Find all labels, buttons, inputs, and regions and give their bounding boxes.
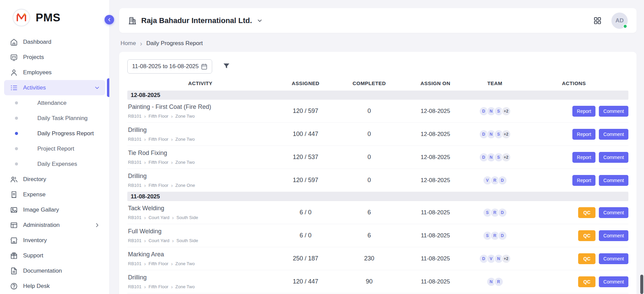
actions-cell: ReportComment [519,106,628,117]
team-member-avatar[interactable]: D [498,176,507,185]
qc-button[interactable]: QC [578,276,595,287]
submenu-item-attendance[interactable]: Attendance [0,95,109,111]
submenu-item-daily-progress-report[interactable]: Daily Progress Report [0,126,109,141]
completed-value: 6 [338,209,401,216]
completed-value: 0 [338,131,401,138]
sidebar-item-image-gallary[interactable]: Image Gallary [4,202,105,217]
assigned-value: 120 / 597 [273,107,338,115]
column-header-completed: COMPLETED [338,80,401,86]
team-overflow-badge[interactable]: +2 [501,153,511,162]
report-card: 11-08-2025 to 16-08-2025 ACTIVITY ASSIGN… [119,52,637,294]
comment-button[interactable]: Comment [599,152,628,163]
user-avatar[interactable]: AD [611,13,628,29]
sidebar-item-directory[interactable]: Directory [4,172,105,187]
chevron-right-icon: › [144,215,146,220]
sidebar-item-projects[interactable]: Projects [4,50,105,65]
qc-button[interactable]: QC [578,207,595,218]
team-member-avatar[interactable]: D [498,208,507,217]
activity-row: Tack Welding RB101›Court Yard›South Side… [127,201,628,224]
building-icon [128,16,137,25]
team-overflow-badge[interactable]: +2 [501,106,511,116]
documentation-icon [10,267,18,275]
location-path-segment: Zone One [176,183,195,188]
sidebar-item-administration[interactable]: Administration [4,217,105,233]
location-path-segment: RB101 [128,160,142,165]
filter-button[interactable] [222,62,231,71]
sidebar-item-label: Inventory [23,237,100,244]
chevron-right-icon: › [171,160,173,165]
qc-button[interactable]: QC [578,253,595,264]
comment-button[interactable]: Comment [599,207,628,218]
qc-button[interactable]: QC [578,230,595,241]
chevron-right-icon: › [171,261,173,266]
submenu-item-daily-expenses[interactable]: Daily Expenses [0,156,109,172]
sidebar-item-help-desk[interactable]: Help Desk [4,278,105,294]
sidebar-collapse-button[interactable] [105,15,114,24]
actions-cell: QCComment [519,230,628,241]
table-body: 12-08-2025 Painting - First Coat (Fire R… [127,91,628,293]
completed-value: 0 [338,154,401,161]
activity-title: Tack Welding [128,205,273,212]
report-button[interactable]: Report [572,106,595,117]
group-date-label: 11-08-2025 [131,193,160,200]
team-overflow-badge[interactable]: +2 [501,130,511,139]
activity-cell: Drilling RB101›Fifth Floor›Zone One [127,173,273,188]
breadcrumb: Home › Daily Progress Report [121,40,637,47]
company-selector[interactable]: Raja Bahadur International Ltd. [128,16,263,25]
comment-button[interactable]: Comment [599,230,628,241]
location-path-segment: Fifth Floor [148,261,168,266]
apps-grid-icon [593,16,602,25]
location-path-segment: Fifth Floor [148,114,168,119]
comment-button[interactable]: Comment [599,175,628,186]
sidebar-item-dashboard[interactable]: Dashboard [4,34,105,50]
completed-value: 0 [338,107,401,115]
breadcrumb-current: Daily Progress Report [146,40,203,47]
home-icon [10,38,18,46]
chevron-right-icon: › [144,238,146,243]
team-overflow-badge[interactable]: +2 [501,254,511,263]
activity-location-path: RB101›Fifth Floor›Zone Two [128,114,273,119]
column-header-team: TEAM [470,80,519,86]
activity-cell: Tack Welding RB101›Court Yard›South Side [127,205,273,220]
inventory-icon [10,236,18,244]
chevron-right-icon: › [144,261,146,266]
actions-cell: QCComment [519,253,628,264]
comment-button[interactable]: Comment [599,106,628,117]
sidebar-item-label: Help Desk [23,283,100,290]
topbar-right: AD [593,13,628,29]
apps-grid-button[interactable] [593,16,602,25]
submenu-item-project-report[interactable]: Project Report [0,141,109,156]
bullet-dot-icon [15,147,18,150]
pms-logo-icon [12,8,31,27]
team-member-avatar[interactable]: D [498,231,507,240]
location-path-segment: Zone Two [176,160,195,165]
comment-button[interactable]: Comment [599,129,628,140]
comment-button[interactable]: Comment [599,253,628,264]
sidebar-item-expense[interactable]: Expense [4,187,105,202]
team-member-avatar[interactable]: R [494,277,503,287]
breadcrumb-home[interactable]: Home [121,40,136,47]
sidebar-item-documentation[interactable]: Documentation [4,263,105,278]
bullet-dot-icon [15,117,18,120]
sidebar-item-support[interactable]: Support [4,248,105,263]
location-path-segment: Zone Two [176,114,195,119]
assign-on-date: 11-08-2025 [401,255,470,262]
chevron-right-icon: › [144,114,146,119]
sidebar-item-employees[interactable]: Employees [4,65,105,80]
calendar-icon [201,63,208,70]
sidebar-item-activities[interactable]: Activities [4,80,105,95]
report-button[interactable]: Report [572,152,595,163]
report-button[interactable]: Report [572,175,595,186]
comment-button[interactable]: Comment [599,276,628,287]
team-cell: DNS+2 [470,106,519,116]
report-button[interactable]: Report [572,129,595,140]
submenu-item-daily-task-planning[interactable]: Daily Task Planning [0,111,109,126]
scrollbar-thumb[interactable] [640,275,643,294]
chevron-down-icon [256,17,263,24]
assign-on-date: 11-08-2025 [401,278,470,285]
activity-title: Drilling [128,126,273,134]
sidebar-item-label: Support [23,252,100,259]
date-range-input[interactable]: 11-08-2025 to 16-08-2025 [127,59,212,74]
location-path-segment: RB101 [128,284,142,289]
sidebar-item-inventory[interactable]: Inventory [4,233,105,248]
